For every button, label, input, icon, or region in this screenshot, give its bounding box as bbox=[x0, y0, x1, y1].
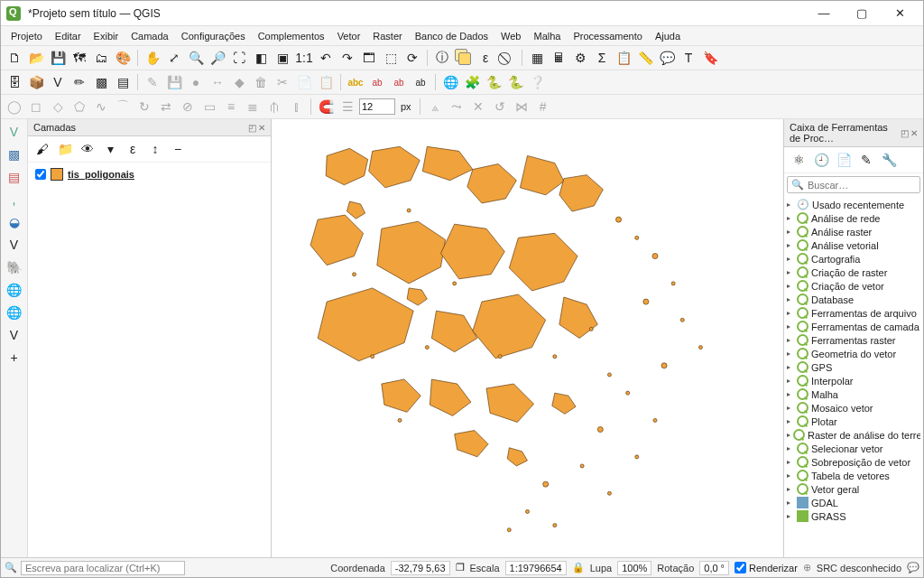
window-minimize-button[interactable]: — bbox=[806, 3, 842, 24]
add-postgis-icon[interactable]: 🐘 bbox=[5, 257, 24, 277]
processing-node[interactable]: ▸Sobreposição de vetor bbox=[787, 455, 920, 469]
window-close-button[interactable]: ✕ bbox=[882, 3, 918, 24]
data-source-manager-icon[interactable]: 🗄 bbox=[5, 72, 24, 92]
field-calculator-icon[interactable]: 🖩 bbox=[549, 48, 568, 68]
new-project-icon[interactable]: 🗋 bbox=[5, 48, 24, 68]
menu-malha[interactable]: Malha bbox=[527, 29, 567, 43]
adv-digitize-6-icon[interactable]: ⌒ bbox=[113, 97, 133, 117]
adv-digitize-12-icon[interactable]: ≣ bbox=[243, 97, 263, 117]
zoom-next-icon[interactable]: ↷ bbox=[337, 48, 357, 68]
menu-raster[interactable]: Raster bbox=[366, 29, 408, 43]
proc-edit-icon[interactable]: ✎ bbox=[856, 150, 876, 170]
add-wfs-icon[interactable]: V bbox=[5, 325, 24, 345]
remove-layer-icon[interactable]: − bbox=[168, 139, 188, 159]
deselect-icon[interactable]: ⃠ bbox=[497, 48, 517, 68]
menu-configuracoes[interactable]: Configurações bbox=[175, 29, 252, 43]
topology-icon[interactable]: ⟁ bbox=[425, 97, 445, 117]
save-project-icon[interactable]: 💾 bbox=[48, 48, 68, 68]
zoom-out-icon[interactable]: 🔎 bbox=[208, 48, 227, 68]
save-edits-icon[interactable]: 💾 bbox=[164, 72, 184, 92]
zoom-selection-icon[interactable]: ◧ bbox=[251, 48, 271, 68]
trace-icon[interactable]: ⤳ bbox=[447, 97, 467, 117]
map-canvas[interactable] bbox=[272, 119, 783, 557]
add-wms-icon[interactable]: 🌐 bbox=[5, 280, 24, 300]
open-attribute-table-icon[interactable]: ▦ bbox=[527, 48, 547, 68]
proc-model-icon[interactable]: ⚛ bbox=[789, 150, 808, 170]
locator-input[interactable] bbox=[21, 561, 185, 575]
python-console2-icon[interactable]: 🐍 bbox=[505, 72, 525, 92]
adv-digitize-5-icon[interactable]: ∿ bbox=[91, 97, 111, 117]
expand-all-icon[interactable]: ↕ bbox=[145, 139, 165, 159]
new-layout-icon[interactable]: 🗺 bbox=[69, 48, 89, 68]
add-mesh-icon[interactable]: ▤ bbox=[113, 72, 133, 92]
open-project-icon[interactable]: 📂 bbox=[26, 48, 46, 68]
menu-editar[interactable]: Editar bbox=[49, 29, 88, 43]
adv-digitize-13-icon[interactable]: ⫛ bbox=[264, 97, 284, 117]
render-toggle[interactable]: Renderizar bbox=[735, 562, 798, 573]
layer-styling-icon[interactable]: 🖌 bbox=[32, 139, 52, 159]
identify-icon[interactable]: ⓘ bbox=[432, 48, 452, 68]
add-spatialite-icon[interactable]: ◒ bbox=[5, 212, 24, 232]
scale-lock-icon[interactable]: 🔒 bbox=[572, 562, 585, 573]
processing-node[interactable]: ▸Vetor geral bbox=[787, 482, 920, 496]
show-bookmarks-icon[interactable]: 🔖 bbox=[700, 48, 720, 68]
processing-node[interactable]: ▸Análise vetorial bbox=[787, 238, 920, 252]
window-maximize-button[interactable]: ▢ bbox=[844, 3, 880, 24]
proc-results-icon[interactable]: 📄 bbox=[834, 150, 854, 170]
layer-item[interactable]: tis_poligonais bbox=[35, 166, 263, 182]
help-icon[interactable]: ❔ bbox=[527, 72, 547, 92]
expression-filter-icon[interactable]: ε bbox=[123, 139, 143, 159]
proc-history-icon[interactable]: 🕘 bbox=[811, 150, 831, 170]
processing-node[interactable]: ▸Plotar bbox=[787, 415, 920, 428]
processing-node[interactable]: ▸Interpolar bbox=[787, 374, 920, 387]
processing-node[interactable]: ▸Geometria do vetor bbox=[787, 347, 920, 360]
processing-search-input[interactable] bbox=[808, 180, 916, 191]
cut-features-icon[interactable]: ✂ bbox=[273, 72, 292, 92]
messages-icon[interactable]: 💬 bbox=[907, 562, 919, 573]
add-feature-icon[interactable]: ● bbox=[186, 72, 206, 92]
snap-config-icon[interactable]: ☰ bbox=[337, 97, 357, 117]
text-annotation-icon[interactable]: T bbox=[679, 48, 698, 68]
adv-digitize-4-icon[interactable]: ⬠ bbox=[69, 97, 89, 117]
add-raster-icon[interactable]: ▩ bbox=[91, 72, 111, 92]
vertex-tool-icon[interactable]: ◆ bbox=[229, 72, 249, 92]
zoom-full-icon[interactable]: ⛶ bbox=[229, 48, 249, 68]
processing-node[interactable]: ▸Análise raster bbox=[787, 225, 920, 238]
zoom-in-icon[interactable]: 🔍 bbox=[186, 48, 206, 68]
menu-web[interactable]: Web bbox=[494, 29, 527, 43]
label-pin-icon[interactable]: ab bbox=[389, 72, 409, 92]
processing-node[interactable]: ▸Cartografia bbox=[787, 252, 920, 266]
add-wcs-icon[interactable]: 🌐 bbox=[5, 303, 24, 322]
lupa-value[interactable]: 100% bbox=[617, 561, 651, 575]
paste-features-icon[interactable]: 📋 bbox=[316, 72, 336, 92]
adv-digitize-2-icon[interactable]: ◻ bbox=[26, 97, 46, 117]
zoom-layer-icon[interactable]: ▣ bbox=[273, 48, 292, 68]
processing-node[interactable]: ▸Tabela de vetores bbox=[787, 469, 920, 482]
zoom-last-icon[interactable]: ↶ bbox=[316, 48, 336, 68]
statistical-summary-icon[interactable]: Σ bbox=[592, 48, 612, 68]
new-map-view-icon[interactable]: 🗔 bbox=[359, 48, 379, 68]
add-vector-icon[interactable]: V bbox=[48, 72, 68, 92]
label-highlight-icon[interactable]: ab bbox=[367, 72, 387, 92]
adv-digitize-7-icon[interactable]: ↻ bbox=[134, 97, 154, 117]
add-virtual-icon[interactable]: V bbox=[5, 235, 24, 255]
select-features-icon[interactable] bbox=[454, 48, 474, 68]
processing-node[interactable]: ▸Ferramentas de arquivo bbox=[787, 306, 920, 320]
adv-digitize-1-icon[interactable]: ◯ bbox=[5, 97, 24, 117]
adv-digitize-14-icon[interactable]: ⫿ bbox=[286, 97, 306, 117]
panel-undock-icon[interactable]: ◰ bbox=[248, 123, 256, 133]
map-tips-icon[interactable]: 💬 bbox=[657, 48, 677, 68]
processing-node[interactable]: ▸Criação de vetor bbox=[787, 279, 920, 293]
processing-node[interactable]: ▸Análise de rede bbox=[787, 211, 920, 225]
measure-icon[interactable]: 📋 bbox=[614, 48, 633, 68]
snap-tolerance-input[interactable] bbox=[359, 98, 395, 115]
scale-value[interactable]: 1:19796654 bbox=[505, 561, 567, 575]
extents-icon[interactable]: ❐ bbox=[456, 562, 465, 573]
adv-digitize-11-icon[interactable]: ≡ bbox=[221, 97, 241, 117]
adv-digitize-8-icon[interactable]: ⇄ bbox=[156, 97, 176, 117]
proc-panel-undock-icon[interactable]: ◰ bbox=[901, 128, 909, 138]
menu-projeto[interactable]: Projeto bbox=[5, 29, 49, 43]
avoid-overlap-icon[interactable]: ✕ bbox=[468, 97, 488, 117]
python-console-icon[interactable]: 🐍 bbox=[484, 72, 504, 92]
processing-node[interactable]: ▸Database bbox=[787, 293, 920, 306]
